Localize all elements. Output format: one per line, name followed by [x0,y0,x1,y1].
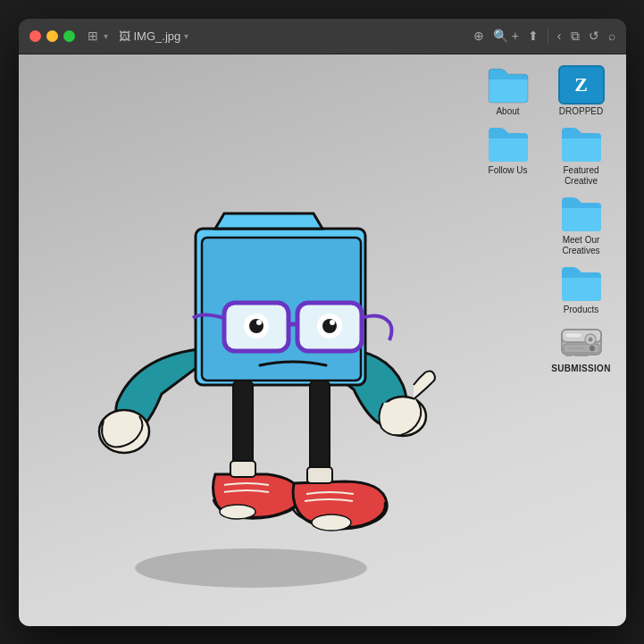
chevron-down-icon: ▾ [104,31,108,41]
minimize-button[interactable] [46,30,58,42]
file-icon: 🖼 [119,29,130,43]
folder-featured-creative-label: Featured Creative [548,165,615,187]
folder-submission[interactable]: SUBMISSION [546,321,617,376]
folders-panel: About Z DROPPED Follow Us Featured C [473,63,617,376]
folder-products-label: Products [564,305,598,315]
share-icon[interactable]: ⬆ [528,29,539,43]
svg-point-26 [590,346,594,350]
folder-meet-our-creatives[interactable]: Meet Our Creatives [546,192,617,258]
folder-featured-creative[interactable]: Featured Creative [546,122,617,188]
svg-point-16 [220,505,255,519]
svg-rect-28 [574,353,589,356]
hdd-icon [558,322,605,362]
main-window: ⊞ ▾ 🖼 IMG_.jpg ▾ ⊕ 🔍 + ⬆ ‹ ⧉ ↺ ⌕ [19,19,626,626]
close-button[interactable] [29,30,41,42]
dropped-icon: Z [558,65,605,105]
zoom-out-icon[interactable]: 🔍 [493,29,508,43]
svg-rect-18 [230,461,255,477]
titlebar: ⊞ ▾ 🖼 IMG_.jpg ▾ ⊕ 🔍 + ⬆ ‹ ⧉ ↺ ⌕ [19,19,626,54]
nav-back-icon[interactable]: ‹ [557,29,562,43]
svg-rect-29 [565,333,581,338]
file-info: 🖼 IMG_.jpg ▾ [119,29,189,43]
svg-point-9 [249,319,263,333]
character-illustration [46,81,492,599]
sidebar-toggle[interactable]: ⊞ ▾ [88,29,108,43]
folder-submission-label: SUBMISSION [551,364,610,374]
traffic-lights [29,30,75,42]
svg-point-10 [256,320,262,325]
svg-rect-15 [310,381,330,479]
titlebar-tools: ⊕ 🔍 + ⬆ ‹ ⧉ ↺ ⌕ [473,28,615,44]
filename-label: IMG_.jpg [134,29,181,43]
svg-point-24 [588,337,592,341]
folder-about-label: About [496,106,519,117]
folder-follow-us[interactable]: Follow Us [473,122,544,188]
nav-location-icon[interactable]: ⊕ [473,29,484,43]
filename-chevron-icon[interactable]: ▾ [184,31,188,41]
svg-point-17 [312,514,351,531]
window-expand-icon[interactable]: ⧉ [571,29,580,44]
svg-point-0 [135,548,367,588]
zoom-in-icon[interactable]: + [512,29,519,43]
rotate-icon[interactable]: ↺ [589,29,599,43]
svg-rect-27 [565,353,573,356]
toolbar-divider [548,28,548,44]
folder-products[interactable]: Products [546,262,617,317]
search-icon[interactable]: ⌕ [608,29,615,43]
svg-rect-19 [307,467,332,483]
folder-dropped[interactable]: Z DROPPED [546,63,617,119]
folder-dropped-label: DROPPED [559,106,603,117]
folder-meet-our-creatives-label: Meet Our Creatives [548,235,615,256]
folder-follow-us-label: Follow Us [489,165,528,176]
folder-about[interactable]: About [473,63,544,119]
svg-point-13 [330,320,335,325]
content-area: About Z DROPPED Follow Us Featured C [19,54,626,626]
fullscreen-button[interactable] [63,30,75,42]
sidebar-icon: ⊞ [88,29,98,43]
svg-point-12 [322,319,337,333]
